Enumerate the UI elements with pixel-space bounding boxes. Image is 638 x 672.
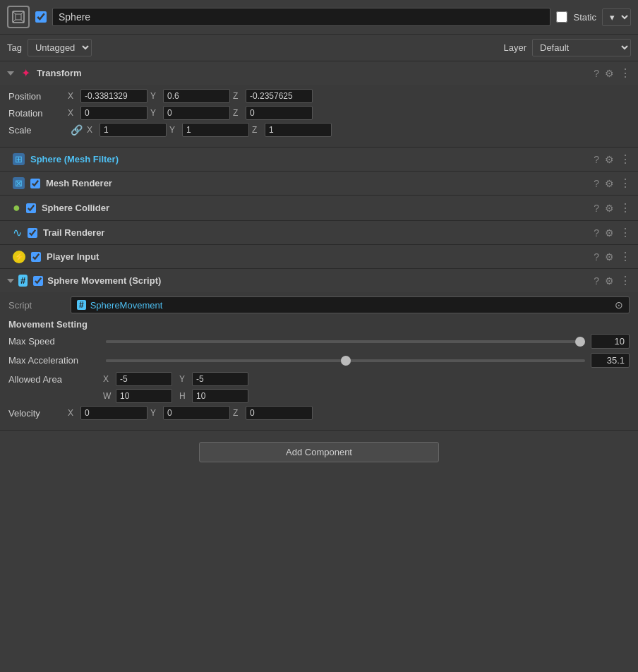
script-row: Script # SphereMovement ⊙ (8, 296, 630, 313)
scale-link-icon[interactable]: 🔗 (71, 124, 83, 136)
rotation-xyz: X Y Z (68, 106, 630, 120)
vel-y-label: Y (150, 408, 160, 418)
scale-label: Scale (8, 125, 65, 136)
mesh-renderer-menu-icon[interactable]: ⋮ (620, 176, 631, 190)
script-target-icon[interactable]: ⊙ (615, 299, 623, 311)
velocity-x-input[interactable] (80, 406, 148, 420)
player-input-row[interactable]: ⚡ Player Input ? ⚙ ⋮ (0, 245, 638, 269)
scale-y-input[interactable] (182, 123, 249, 137)
mesh-renderer-title: Mesh Renderer (46, 178, 588, 188)
scale-y-label: Y (169, 125, 179, 135)
movement-setting-label: Movement Setting (8, 319, 630, 330)
sphere-collider-row[interactable]: ● Sphere Collider ? ⚙ ⋮ (0, 196, 638, 221)
player-input-icon: ⚡ (13, 251, 25, 263)
player-input-menu-icon[interactable]: ⋮ (620, 250, 631, 263)
sphere-collider-title: Sphere Collider (42, 203, 588, 213)
allowed-area-label: Allowed Area (8, 374, 100, 385)
transform-settings-icon[interactable]: ⚙ (605, 68, 614, 79)
transform-menu-icon[interactable]: ⋮ (620, 66, 631, 80)
sphere-movement-icon: # (18, 275, 28, 287)
mesh-renderer-row[interactable]: ⊠ Mesh Renderer ? ⚙ ⋮ (0, 172, 638, 196)
transform-title: Transform (37, 68, 589, 78)
mesh-filter-title: Sphere (Mesh Filter) (30, 154, 588, 164)
velocity-y-input[interactable] (163, 406, 230, 420)
allowed-area-row2: W H (8, 389, 630, 403)
velocity-row: Velocity X Y Z (8, 406, 630, 420)
max-acceleration-slider[interactable] (106, 359, 585, 362)
scale-z-label: Z (252, 125, 262, 135)
player-input-checkbox[interactable] (31, 252, 41, 262)
allowed-y-letter: Y (179, 374, 189, 384)
mesh-filter-help-icon[interactable]: ? (594, 154, 599, 165)
mesh-filter-menu-icon[interactable]: ⋮ (620, 152, 631, 166)
allowed-h-input[interactable] (192, 389, 248, 403)
sphere-movement-checkbox[interactable] (33, 276, 43, 286)
sphere-movement-menu-icon[interactable]: ⋮ (620, 274, 631, 287)
velocity-z-input[interactable] (246, 406, 313, 420)
max-acceleration-thumb[interactable] (341, 356, 351, 366)
rot-y-label: Y (150, 108, 160, 118)
tag-select[interactable]: Untagged (28, 39, 92, 56)
sphere-collider-menu-icon[interactable]: ⋮ (620, 201, 631, 215)
trail-renderer-row[interactable]: ∿ Trail Renderer ? ⚙ ⋮ (0, 221, 638, 245)
object-header: Static ▾ (0, 0, 638, 35)
allowed-w-letter: W (103, 391, 113, 401)
max-speed-value[interactable] (591, 334, 630, 349)
rotation-y-input[interactable] (163, 106, 230, 120)
max-acceleration-row: Max Acceleration (8, 353, 630, 368)
script-field: # SphereMovement ⊙ (71, 296, 630, 313)
max-speed-row: Max Speed (8, 334, 630, 349)
vel-x-label: X (68, 408, 78, 418)
position-z-input[interactable] (246, 89, 313, 103)
max-speed-slider[interactable] (106, 340, 585, 343)
pos-x-label: X (68, 91, 78, 101)
add-component-button[interactable]: Add Component (199, 442, 439, 462)
position-y-input[interactable] (163, 89, 230, 103)
sphere-movement-actions: ? ⚙ ⋮ (594, 274, 631, 287)
allowed-x-input[interactable] (116, 372, 172, 386)
transform-help-icon[interactable]: ? (594, 68, 599, 79)
trail-renderer-settings-icon[interactable]: ⚙ (605, 227, 614, 239)
mesh-renderer-checkbox[interactable] (30, 179, 40, 188)
trail-renderer-help-icon[interactable]: ? (594, 227, 599, 239)
sphere-movement-section-header[interactable]: # Sphere Movement (Script) ? ⚙ ⋮ (0, 269, 638, 292)
allowed-wh-group: W H (103, 389, 248, 403)
pos-y-label: Y (150, 91, 160, 101)
rotation-z-input[interactable] (246, 106, 313, 120)
sphere-collider-checkbox[interactable] (26, 203, 36, 213)
object-name-input[interactable] (52, 8, 550, 26)
mesh-filter-row[interactable]: ⊞ Sphere (Mesh Filter) ? ⚙ ⋮ (0, 148, 638, 172)
layer-select[interactable]: Default (532, 39, 631, 56)
trail-renderer-title: Trail Renderer (43, 227, 588, 238)
position-x-input[interactable] (80, 89, 148, 103)
static-dropdown[interactable]: ▾ (602, 8, 631, 26)
scale-row: Scale 🔗 X Y Z (8, 123, 630, 137)
transform-actions: ? ⚙ ⋮ (594, 66, 631, 80)
sphere-collider-settings-icon[interactable]: ⚙ (605, 203, 614, 214)
player-input-help-icon[interactable]: ? (594, 251, 599, 263)
static-checkbox[interactable] (556, 11, 567, 23)
sphere-collider-help-icon[interactable]: ? (594, 203, 599, 214)
transform-section-header[interactable]: ✦ Transform ? ⚙ ⋮ (0, 61, 638, 85)
allowed-area-row1: Allowed Area X Y (8, 372, 630, 386)
sphere-movement-help-icon[interactable]: ? (594, 275, 599, 287)
max-speed-thumb[interactable] (575, 337, 585, 347)
rotation-x-input[interactable] (80, 106, 148, 120)
scale-x-input[interactable] (100, 123, 167, 137)
mesh-filter-settings-icon[interactable]: ⚙ (605, 154, 614, 165)
object-active-checkbox[interactable] (35, 11, 47, 23)
sphere-movement-settings-icon[interactable]: ⚙ (605, 275, 614, 287)
allowed-w-input[interactable] (116, 389, 172, 403)
max-acceleration-value[interactable] (591, 353, 630, 368)
transform-section: ✦ Transform ? ⚙ ⋮ Position X Y Z Rotatio… (0, 61, 638, 148)
trail-renderer-icon: ∿ (13, 226, 22, 239)
allowed-y-input[interactable] (192, 372, 248, 386)
scale-z-input[interactable] (265, 123, 332, 137)
player-input-settings-icon[interactable]: ⚙ (605, 251, 614, 263)
mesh-renderer-help-icon[interactable]: ? (594, 178, 599, 189)
mesh-renderer-settings-icon[interactable]: ⚙ (605, 178, 614, 189)
trail-renderer-checkbox[interactable] (28, 228, 37, 238)
max-speed-fill (106, 340, 585, 343)
trail-renderer-menu-icon[interactable]: ⋮ (620, 226, 631, 239)
rotation-label: Rotation (8, 108, 65, 119)
